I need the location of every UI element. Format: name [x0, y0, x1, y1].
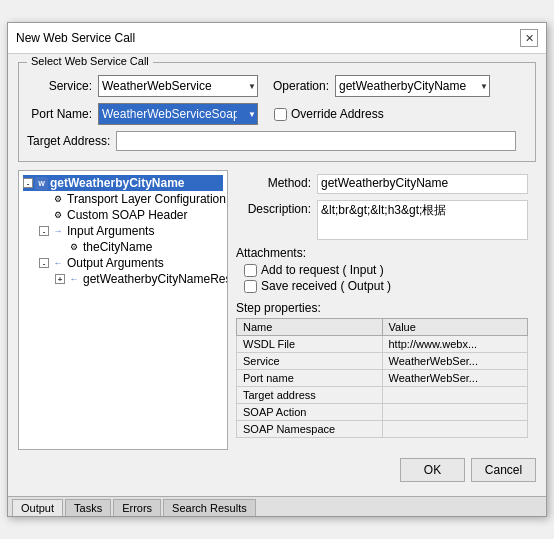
table-row: Target address — [237, 387, 528, 404]
properties-table: Name Value WSDL Filehttp://www.webx...Se… — [236, 318, 528, 438]
prop-value — [382, 421, 528, 438]
input-icon: → — [51, 224, 65, 238]
target-address-input[interactable] — [116, 131, 516, 151]
prop-name: Port name — [237, 370, 383, 387]
dialog-title: New Web Service Call — [16, 31, 135, 45]
override-label: Override Address — [291, 107, 384, 121]
target-address-row: Target Address: — [27, 131, 527, 151]
city-icon: ⚙ — [67, 240, 81, 254]
step-properties-label: Step properties: — [236, 301, 528, 315]
tree-item-output-args[interactable]: - ← Output Arguments — [39, 255, 223, 271]
transport-icon: ⚙ — [51, 192, 65, 206]
cancel-button[interactable]: Cancel — [471, 458, 536, 482]
result-toggle[interactable]: + — [55, 274, 65, 284]
bottom-tab-tasks[interactable]: Tasks — [65, 499, 111, 516]
output-icon: ← — [51, 256, 65, 270]
port-label: Port Name: — [27, 107, 92, 121]
select-web-service-group: Select Web Service Call Service: Weather… — [18, 62, 536, 162]
input-toggle[interactable]: - — [39, 226, 49, 236]
tree-item-city-name[interactable]: ⚙ theCityName — [55, 239, 223, 255]
prop-name: SOAP Action — [237, 404, 383, 421]
port-row: Port Name: WeatherWebServiceSoap ▼ Overr… — [27, 103, 527, 125]
ok-button[interactable]: OK — [400, 458, 465, 482]
description-label: Description: — [236, 200, 311, 216]
description-value: &lt;br&gt;&lt;h3&gt;根据 — [317, 200, 528, 240]
col-value-header: Value — [382, 319, 528, 336]
table-row: WSDL Filehttp://www.webx... — [237, 336, 528, 353]
step-properties-section: Step properties: Name Value WSDL Filehtt… — [236, 301, 528, 438]
save-received-row: Save received ( Output ) — [244, 279, 528, 293]
method-label: Method: — [236, 174, 311, 190]
soap-header-label: Custom SOAP Header — [67, 208, 188, 222]
bottom-tabs: OutputTasksErrorsSearch Results — [8, 496, 546, 516]
port-select-wrapper: WeatherWebServiceSoap ▼ — [98, 103, 258, 125]
tree-item-input-args[interactable]: - → Input Arguments — [39, 223, 223, 239]
root-toggle[interactable]: - — [23, 178, 33, 188]
title-bar: New Web Service Call ✕ — [8, 23, 546, 54]
description-row: Description: &lt;br&gt;&lt;h3&gt;根据 — [236, 200, 528, 240]
col-name-header: Name — [237, 319, 383, 336]
main-area: - W getWeatherbyCityName ⚙ Transport Lay… — [18, 170, 536, 450]
prop-value: http://www.webx... — [382, 336, 528, 353]
service-select-wrapper: WeatherWebService ▼ — [98, 75, 258, 97]
method-row: Method: getWeatherbyCityName — [236, 174, 528, 194]
tree-panel: - W getWeatherbyCityName ⚙ Transport Lay… — [18, 170, 228, 450]
prop-name: SOAP Namespace — [237, 421, 383, 438]
root-icon: W — [35, 177, 48, 190]
service-label: Service: — [27, 79, 92, 93]
override-checkbox-row: Override Address — [274, 107, 384, 121]
save-received-checkbox[interactable] — [244, 280, 257, 293]
dialog-body: Select Web Service Call Service: Weather… — [8, 54, 546, 492]
target-label: Target Address: — [27, 134, 110, 148]
prop-value — [382, 387, 528, 404]
table-row: Port nameWeatherWebSer... — [237, 370, 528, 387]
add-to-request-label: Add to request ( Input ) — [261, 263, 384, 277]
output-args-label: Output Arguments — [67, 256, 164, 270]
port-select[interactable]: WeatherWebServiceSoap — [98, 103, 258, 125]
city-name-label: theCityName — [83, 240, 152, 254]
operation-select[interactable]: getWeatherbyCityName — [335, 75, 490, 97]
table-row: SOAP Namespace — [237, 421, 528, 438]
add-to-request-checkbox[interactable] — [244, 264, 257, 277]
tree-item-soap-header[interactable]: ⚙ Custom SOAP Header — [39, 207, 223, 223]
service-row: Service: WeatherWebService ▼ Operation: … — [27, 75, 527, 97]
override-address-checkbox[interactable] — [274, 108, 287, 121]
group-legend: Select Web Service Call — [27, 55, 153, 67]
tree-item-transport[interactable]: ⚙ Transport Layer Configuration — [39, 191, 223, 207]
tree-root-item[interactable]: - W getWeatherbyCityName — [23, 175, 223, 191]
method-value: getWeatherbyCityName — [317, 174, 528, 194]
soap-icon: ⚙ — [51, 208, 65, 222]
operation-select-wrapper: getWeatherbyCityName ▼ — [335, 75, 490, 97]
result-icon: ← — [67, 272, 81, 286]
prop-value — [382, 404, 528, 421]
new-web-service-dialog: New Web Service Call ✕ Select Web Servic… — [7, 22, 547, 517]
prop-name: WSDL File — [237, 336, 383, 353]
button-row: OK Cancel — [18, 458, 536, 482]
output-toggle[interactable]: - — [39, 258, 49, 268]
prop-name: Target address — [237, 387, 383, 404]
attachments-label: Attachments: — [236, 246, 528, 260]
transport-label: Transport Layer Configuration — [67, 192, 226, 206]
bottom-tab-errors[interactable]: Errors — [113, 499, 161, 516]
bottom-tab-output[interactable]: Output — [12, 499, 63, 516]
result-label: getWeatherbyCityNameResult[1] — [83, 272, 228, 286]
operation-label: Operation: — [264, 79, 329, 93]
table-row: ServiceWeatherWebSer... — [237, 353, 528, 370]
bottom-tab-search-results[interactable]: Search Results — [163, 499, 256, 516]
prop-value: WeatherWebSer... — [382, 353, 528, 370]
add-to-request-row: Add to request ( Input ) — [244, 263, 528, 277]
attachments-section: Attachments: Add to request ( Input ) Sa… — [236, 246, 528, 293]
input-args-label: Input Arguments — [67, 224, 154, 238]
save-received-label: Save received ( Output ) — [261, 279, 391, 293]
table-row: SOAP Action — [237, 404, 528, 421]
prop-name: Service — [237, 353, 383, 370]
tree-item-result[interactable]: + ← getWeatherbyCityNameResult[1] — [55, 271, 223, 287]
service-select[interactable]: WeatherWebService — [98, 75, 258, 97]
root-label: getWeatherbyCityName — [50, 176, 184, 190]
right-panel: Method: getWeatherbyCityName Description… — [228, 170, 536, 450]
prop-value: WeatherWebSer... — [382, 370, 528, 387]
close-button[interactable]: ✕ — [520, 29, 538, 47]
